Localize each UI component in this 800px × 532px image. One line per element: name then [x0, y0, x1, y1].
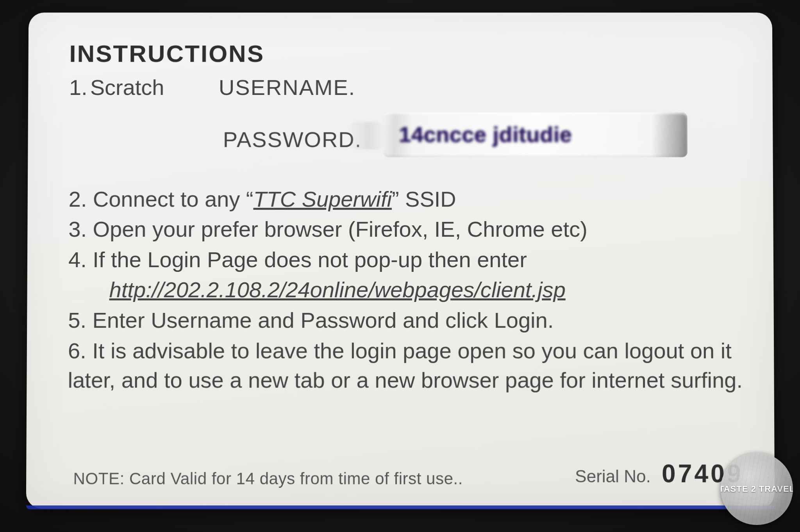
ssid-name: TTC Superwifi: [253, 187, 392, 211]
step-1-text: Scratch: [90, 75, 164, 100]
serial-block: Serial No. 07409: [575, 459, 743, 488]
step-4: 4. If the Login Page does not pop-up the…: [68, 245, 746, 275]
step-2-tail: ” SSID: [392, 187, 456, 211]
step-5: 5. Enter Username and Password and click…: [68, 305, 746, 335]
instructions-heading: INSTRUCTIONS: [69, 40, 745, 68]
serial-label: Serial No.: [575, 466, 651, 486]
step-3: 3. Open your prefer browser (Firefox, IE…: [68, 214, 746, 244]
username-label: USERNAME.: [219, 73, 355, 102]
watermark-text: TASTE 2 TRAVEL: [721, 484, 793, 494]
step-2-lead: 2. Connect to any “: [69, 187, 254, 211]
step-1: 1.ScratchUSERNAME.: [69, 73, 745, 102]
validity-note: NOTE: Card Valid for 14 days from time o…: [73, 469, 462, 488]
password-row: PASSWORD. 14cncce jditudie: [69, 125, 746, 157]
step-1-number: 1.: [69, 73, 90, 102]
password-label: PASSWORD.: [223, 125, 362, 154]
step-6: 6. It is advisable to leave the login pa…: [68, 336, 746, 395]
scratch-off-panel: 14cncce jditudie: [383, 112, 688, 157]
login-page-url: http://202.2.108.2/24online/webpages/cli…: [109, 275, 566, 305]
step-2: 2. Connect to any “TTC Superwifi” SSID: [69, 184, 746, 214]
instructions-body: 1.ScratchUSERNAME. PASSWORD. 14cncce jdi…: [68, 73, 746, 395]
wifi-scratch-card: INSTRUCTIONS 1.ScratchUSERNAME. PASSWORD…: [26, 12, 775, 509]
revealed-password: 14cncce jditudie: [383, 112, 688, 157]
step-4-url-line: http://202.2.108.2/24online/webpages/cli…: [68, 275, 746, 305]
globe-watermark-icon: TASTE 2 TRAVEL: [721, 453, 793, 525]
card-footer: NOTE: Card Valid for 14 days from time o…: [73, 459, 743, 488]
